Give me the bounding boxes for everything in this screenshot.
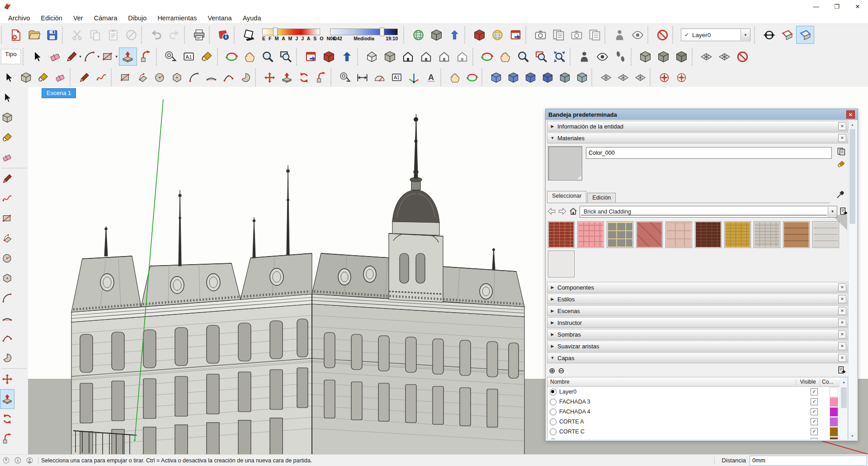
compass-1-button-icon[interactable]	[656, 69, 673, 86]
layer-row-corte-b[interactable]: CORTE B✓	[547, 437, 848, 439]
dimension-button-2-icon[interactable]	[354, 69, 371, 86]
pushpull-tool-icon[interactable]	[0, 389, 14, 409]
toolbar-grip[interactable]	[464, 26, 468, 43]
toolbar-grip[interactable]	[440, 69, 444, 86]
model-info-button-icon[interactable]	[215, 26, 233, 44]
material-swatch-white-plaster[interactable]	[548, 251, 575, 277]
menu-herramientas[interactable]: Herramientas	[152, 13, 202, 23]
select-tool-icon[interactable]	[0, 88, 14, 108]
no-tool-button-icon[interactable]	[734, 48, 752, 66]
expander-arrow-icon[interactable]: ▶	[547, 320, 557, 325]
disable-tool-button-icon[interactable]	[653, 26, 671, 44]
paint-button-2-icon[interactable]	[34, 69, 52, 86]
pie-tool-icon[interactable]	[0, 348, 14, 368]
solid-tools-2-button-icon[interactable]	[505, 69, 522, 86]
rotate-button-2-icon[interactable]	[295, 69, 312, 86]
tape-measure-button-icon[interactable]	[162, 48, 180, 66]
eraser-button-2-icon[interactable]	[52, 69, 69, 86]
shadow-time-slider[interactable]: 06:42 Mediodía 19:10	[330, 29, 398, 41]
look-around-toolbar-button-icon[interactable]	[628, 26, 646, 44]
layers-scroll-thumb[interactable]	[841, 387, 847, 408]
material-preview[interactable]	[548, 146, 582, 181]
position-camera-button-icon[interactable]	[576, 48, 594, 66]
column-nombre[interactable]: Nombre	[547, 379, 796, 385]
toolbar-grip[interactable]	[525, 26, 529, 43]
add-location-button-icon[interactable]	[409, 26, 427, 44]
view-iso-button-icon[interactable]	[363, 48, 381, 66]
look-around-button-icon[interactable]	[594, 48, 612, 66]
toolbar-grip[interactable]	[330, 69, 335, 86]
share-model-button-icon[interactable]	[488, 26, 506, 44]
distance-input[interactable]	[750, 456, 867, 466]
credits-status-icon-icon[interactable]	[12, 455, 24, 466]
column-color[interactable]: Co...	[820, 379, 840, 385]
section-entity-info[interactable]: ▶ Información de la entidad ✕	[547, 121, 848, 132]
section-layers[interactable]: ▼ Capas ✕	[547, 352, 848, 363]
tray-scroll-up-icon[interactable]: ▲	[849, 121, 856, 128]
scene-tab-escena-1[interactable]: Escena 1	[42, 88, 76, 98]
display-secondary-pane-icon[interactable]	[837, 147, 846, 156]
expander-arrow-icon[interactable]: ▶	[547, 285, 557, 290]
toolbar-grip[interactable]	[141, 26, 145, 43]
line-tool-icon[interactable]	[0, 169, 14, 189]
layer-row-fachada-4[interactable]: FACHADA 4✓	[547, 407, 848, 417]
move-button-2-icon[interactable]	[261, 69, 278, 86]
followme-tool-button-icon[interactable]	[137, 48, 155, 66]
orbit-tool-button-icon[interactable]	[223, 48, 241, 66]
toolbar-grip[interactable]	[296, 48, 300, 65]
sandbox-smoove-button-icon[interactable]	[716, 48, 734, 66]
material-swatch-red-tile[interactable]	[636, 221, 663, 248]
collection-dropdown-icon[interactable]: ▼	[828, 207, 837, 217]
zoom-window-button-icon[interactable]	[277, 48, 295, 66]
section-close-button[interactable]: ✕	[838, 283, 846, 291]
layer-radio[interactable]	[550, 409, 557, 415]
photo-textures-button-icon[interactable]	[445, 26, 463, 44]
layer-visible-checkbox[interactable]: ✓	[811, 438, 818, 439]
sandbox-3-button-icon[interactable]	[632, 69, 649, 86]
toolbar-grip[interactable]	[403, 26, 407, 43]
dropdown-caret-icon[interactable]: ▼	[79, 55, 82, 59]
toolbar-grip[interactable]	[234, 26, 238, 43]
toolbar-grip[interactable]	[692, 48, 696, 65]
arc-tool-button-icon[interactable]: ▼	[83, 48, 101, 66]
layer-visible-checkbox[interactable]: ✓	[811, 428, 818, 435]
select-tool-button-icon[interactable]	[28, 48, 47, 66]
expander-arrow-icon[interactable]: ▶	[547, 344, 557, 348]
collection-dropdown[interactable]: Brick and Cladding ▼	[580, 206, 837, 218]
position-camera-toolbar-button-icon[interactable]	[531, 26, 549, 44]
pushpull-button-2-icon[interactable]	[278, 69, 295, 86]
toolbar-grip[interactable]	[217, 48, 221, 65]
section-cuts-button-icon[interactable]	[796, 26, 814, 44]
toolbar-grip[interactable]	[672, 26, 676, 43]
arc-button-2-icon[interactable]	[185, 69, 203, 86]
section-plane-button-icon[interactable]	[778, 26, 796, 44]
section-close-button[interactable]: ✕	[838, 354, 846, 362]
layer-color-swatch[interactable]	[830, 437, 838, 440]
print-button-icon[interactable]	[190, 26, 208, 44]
toolbar-grip[interactable]	[631, 48, 635, 65]
toolbar-grip[interactable]	[1, 26, 5, 43]
collection-details-icon[interactable]	[839, 207, 848, 217]
dropdown-caret-icon[interactable]: ▼	[115, 55, 118, 59]
material-swatch-pale-pavers[interactable]	[665, 221, 692, 248]
pan-button-3-icon[interactable]	[446, 69, 463, 86]
orbit-button-2-icon[interactable]	[478, 48, 496, 66]
material-swatch-dark-brick[interactable]	[695, 221, 722, 248]
zoom-button-2-icon[interactable]	[514, 48, 533, 66]
material-swatch-gray-siding[interactable]	[812, 221, 839, 248]
add-layer-button[interactable]: ⊕	[549, 366, 555, 376]
material-swatch-pink-tile[interactable]	[577, 221, 604, 248]
layer-color-swatch[interactable]	[830, 427, 838, 437]
pushpull-tool-button-icon[interactable]	[119, 48, 137, 66]
layers-scrollbar[interactable]: ▼	[840, 386, 848, 439]
solid-subtract-button-icon[interactable]	[655, 48, 673, 66]
section-soften-edges[interactable]: ▶ Suavizar aristas ✕	[547, 341, 848, 352]
two-point-arc-tool-icon[interactable]	[0, 308, 14, 328]
compass-2-button-icon[interactable]	[673, 69, 690, 86]
expander-arrow-icon[interactable]: ▶	[547, 309, 557, 313]
tape-button-2-icon[interactable]	[336, 69, 354, 86]
rectangle-tool-icon[interactable]	[0, 209, 14, 228]
freehand-button-2-icon[interactable]	[93, 69, 110, 86]
toolbar-grip[interactable]	[209, 26, 213, 43]
material-swatch-red-brick[interactable]	[548, 221, 575, 248]
